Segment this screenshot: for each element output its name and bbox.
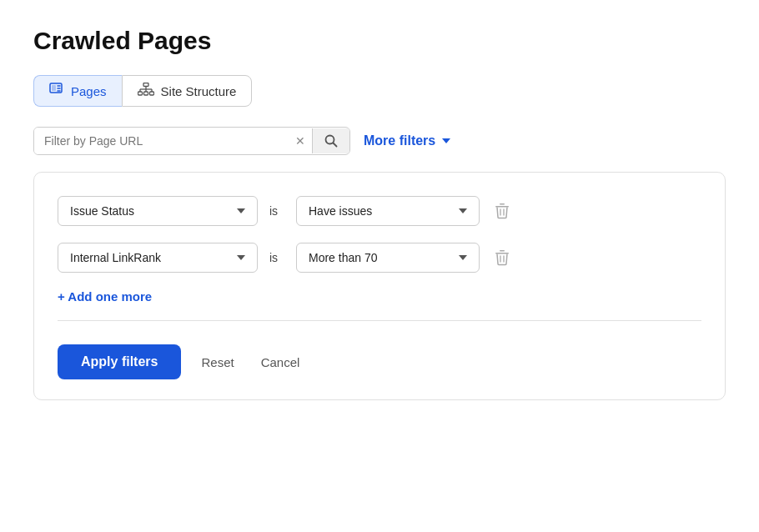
svg-rect-21 [500, 250, 505, 252]
more-filters-chevron-icon [442, 138, 450, 143]
tab-pages[interactable]: Pages [33, 75, 122, 107]
more-filters-button[interactable]: More filters [364, 133, 450, 148]
delete-filter-2-button[interactable] [491, 246, 513, 269]
search-button[interactable] [312, 128, 349, 153]
tab-site-structure[interactable]: Site Structure [122, 75, 253, 107]
filter-row-1: Issue Status is Have issues [58, 196, 701, 226]
svg-rect-8 [149, 92, 153, 95]
clear-search-button[interactable]: ✕ [289, 129, 312, 153]
search-row: ✕ More filters [33, 127, 726, 155]
trash-icon [495, 203, 510, 219]
filter-operator-1: is [269, 204, 284, 218]
filter-value-2-chevron-icon [459, 255, 467, 260]
filter-field-2[interactable]: Internal LinkRank [58, 243, 258, 273]
svg-line-15 [334, 143, 337, 147]
filter-value-1-label: Have issues [309, 204, 372, 218]
search-input[interactable] [34, 128, 289, 154]
reset-button[interactable]: Reset [194, 352, 240, 373]
filter-value-2-label: More than 70 [309, 251, 378, 264]
cancel-label: Cancel [261, 355, 300, 369]
more-filters-label: More filters [364, 133, 435, 148]
filter-field-2-chevron-icon [237, 255, 245, 260]
divider [58, 320, 701, 321]
page-title: Crawled Pages [33, 27, 726, 55]
delete-filter-1-button[interactable] [491, 199, 513, 223]
pages-icon [49, 83, 64, 99]
tab-site-structure-label: Site Structure [161, 84, 237, 98]
svg-rect-5 [143, 83, 148, 87]
svg-rect-20 [495, 253, 509, 254]
filter-operator-2: is [269, 251, 284, 264]
filter-field-1[interactable]: Issue Status [58, 196, 258, 226]
site-structure-icon [138, 83, 154, 99]
svg-rect-1 [52, 85, 56, 91]
filter-field-1-label: Issue Status [70, 204, 134, 218]
trash-icon-2 [495, 249, 510, 266]
tab-pages-label: Pages [71, 84, 107, 98]
tabs-row: Pages Site Structure [33, 75, 726, 107]
filter-value-2[interactable]: More than 70 [296, 243, 480, 273]
filter-field-1-chevron-icon [237, 208, 245, 213]
actions-row: Apply filters Reset Cancel [58, 338, 701, 379]
apply-filters-label: Apply filters [81, 354, 158, 369]
reset-label: Reset [201, 355, 234, 369]
filter-field-2-label: Internal LinkRank [70, 251, 161, 264]
filter-row-2: Internal LinkRank is More than 70 [58, 243, 701, 273]
cancel-button[interactable]: Cancel [254, 352, 307, 373]
add-one-more-button[interactable]: + Add one more [58, 289, 152, 304]
svg-rect-7 [143, 92, 148, 95]
svg-rect-17 [500, 203, 505, 205]
search-icon [324, 134, 338, 148]
svg-rect-6 [138, 92, 142, 95]
svg-rect-16 [495, 206, 509, 208]
filter-value-1[interactable]: Have issues [296, 196, 480, 226]
add-more-label: + Add one more [58, 289, 152, 304]
apply-filters-button[interactable]: Apply filters [58, 344, 181, 379]
filter-value-1-chevron-icon [459, 208, 467, 213]
filters-panel: Issue Status is Have issues Internal Lin… [33, 172, 726, 400]
search-box: ✕ [33, 127, 350, 155]
